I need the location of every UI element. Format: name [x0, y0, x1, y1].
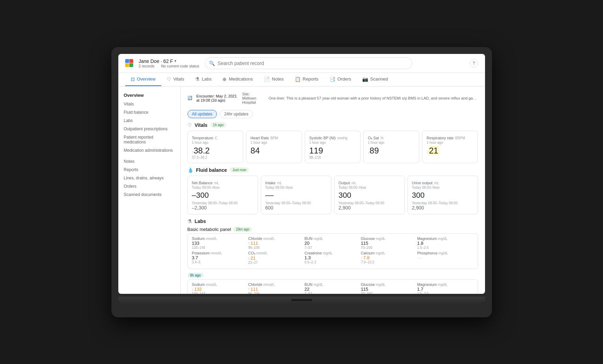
bmp-panel-title: Basic metabolic panel 29m ago — [188, 227, 478, 232]
tab-orders-label: Orders — [337, 76, 351, 82]
labs-section-icon: ⚗ — [188, 218, 192, 224]
vital-value-systolic-bp: 119 — [309, 146, 356, 156]
sidebar-item-outpatient-rx[interactable]: Outpatient prescriptions — [118, 125, 180, 133]
main-content: Overview Vitals Fluid balance Labs Outpa… — [118, 86, 485, 294]
tab-scanned-label: Scanned — [370, 76, 388, 82]
patient-info: Jane Doe · 62 F ▾ 2 records · No current… — [139, 58, 200, 68]
sidebar-item-patient-meds[interactable]: Patient reported medications — [118, 133, 180, 146]
fluid-value-urine: 300 — [412, 191, 474, 200]
lab-item-phosphorus-1: Phosphorus mg/dL — — [417, 251, 474, 264]
tab-vitals[interactable]: ♡ Vitals — [161, 73, 190, 86]
tab-labs[interactable]: ⚗ Labs — [190, 73, 217, 86]
vitals-grid: Temperature C 1 hour ago ↑38.2 37.5–38.2… — [188, 131, 478, 163]
sidebar: Overview Vitals Fluid balance Labs Outpa… — [118, 86, 181, 294]
fluid-label-net-balance: Net Balance mL — [192, 179, 254, 186]
vital-time-heart-rate: 1 hour ago — [250, 141, 298, 144]
lab-item-potassium-1: Potassium mmol/L 3.7 3.4–5 — [192, 251, 248, 264]
sidebar-divider — [118, 155, 180, 157]
encounter-bar: 🔄 Encounter: May 2, 2021 at 19:08 (2d ag… — [188, 91, 478, 106]
sidebar-item-labs[interactable]: Labs — [118, 116, 180, 125]
tab-labs-label: Labs — [202, 76, 211, 82]
vital-value-heart-rate: 84 — [250, 146, 298, 156]
medications-icon: ⊕ — [222, 76, 227, 82]
vitals-time-badge: 1h ago — [210, 122, 227, 128]
vital-range-systolic-bp: 98–119 — [309, 156, 356, 159]
logo-green — [129, 63, 133, 67]
encounter-date: May 2, 2021 at 19:08 (2d ago) — [197, 94, 237, 102]
fluid-period-output: Today 08:00–Now — [339, 186, 400, 189]
vital-card-temperature: Temperature C 1 hour ago ↑38.2 37.5–38.2 — [188, 131, 244, 163]
sidebar-item-reports[interactable]: Reports — [118, 166, 180, 174]
tab-scanned[interactable]: 📷 Scanned — [357, 73, 393, 86]
notes-icon: 📄 — [264, 76, 270, 82]
vital-card-o2-sat: O₂ Sat % 1 hour ago ↓89 — [363, 131, 419, 163]
google-logo — [125, 59, 133, 67]
fluid-label-output: Output mL — [339, 179, 400, 186]
bmp-title-text: Basic metabolic panel — [188, 227, 231, 232]
lab-item-sodium-1: Sodium mmol/L 133 133–145 — [192, 236, 248, 250]
updates-bar: All updates 24hr updates — [188, 110, 478, 118]
records-badge: 2 records — [139, 64, 155, 68]
fluid-card-net-balance: Net Balance mL Today 08:00–Now –300 Yest… — [188, 176, 258, 214]
tab-overview-label: Overview — [137, 76, 156, 82]
all-updates-button[interactable]: All updates — [188, 110, 217, 118]
lab-item-chloride-2: Chloride mmol/L ↑111 96–106 — [248, 282, 304, 294]
fluid-label-intake: Intake mL — [265, 179, 327, 186]
vital-card-heart-rate: Heart Rate BPM 1 hour ago 84 — [246, 131, 302, 163]
reports-icon: 📋 — [295, 76, 301, 82]
vital-time-respiratory-rate: 1 hour ago — [427, 141, 474, 144]
vitals-section-title: Vitals — [195, 122, 208, 128]
logo-blue — [125, 59, 129, 63]
sidebar-item-vitals[interactable]: Vitals — [118, 100, 180, 108]
lab-item-creatinine-1: Creatinine mg/dL 1.3 0.5–2.3 — [304, 251, 361, 264]
labs-section-title: Labs — [195, 218, 206, 224]
fluid-value-intake: –– — [265, 191, 327, 200]
fluid-yesterday-label-urine: Yesterday 08:00–Today 08:00 — [412, 201, 474, 205]
sidebar-item-scanned[interactable]: Scanned documents — [118, 190, 180, 199]
bmp-time-badge: 29m ago — [233, 227, 252, 232]
tab-medications[interactable]: ⊕ Medications — [217, 73, 258, 86]
fluid-yesterday-label-intake: Yesterday 08:00–Today 08:00 — [265, 201, 327, 205]
help-icon[interactable]: ? — [470, 59, 478, 67]
sidebar-item-orders[interactable]: Orders — [118, 182, 180, 190]
fluid-time-badge: Just now — [230, 167, 249, 172]
tab-reports-label: Reports — [303, 76, 319, 82]
tab-notes[interactable]: 📄 Notes — [258, 73, 289, 86]
search-bar: 🔍 — [205, 57, 412, 69]
24hr-updates-button[interactable]: 24hr updates — [220, 110, 253, 118]
sidebar-item-fluid-balance[interactable]: Fluid balance — [118, 108, 180, 116]
vital-value-temperature: ↑38.2 — [192, 146, 239, 156]
lab-item-glucose-1: Glucose mg/dL 115 70–200 — [361, 236, 417, 250]
laptop-base — [118, 297, 485, 304]
tab-overview[interactable]: ⊡ Overview — [125, 73, 161, 86]
lab-item-glucose-2: Glucose mg/dL 115 70–200 — [361, 282, 417, 294]
tab-medications-label: Medications — [229, 76, 253, 82]
sidebar-item-notes[interactable]: Notes — [118, 157, 180, 166]
vital-value-respiratory-rate: ↑21 — [427, 146, 474, 156]
vitals-icon: ♡ — [167, 76, 171, 82]
vital-label-systolic-bp: Systolic BP (NI) mmHg — [309, 134, 356, 141]
sidebar-item-med-admin[interactable]: Medication administrations — [118, 146, 180, 155]
labs-section-header: ⚗ Labs — [188, 218, 478, 224]
lab-item-magnesium-2: Magnesium mg/dL 1.7 1.5–2.5 — [417, 282, 474, 294]
vital-label-temperature: Temperature C — [192, 134, 239, 141]
code-status: No current code status — [161, 64, 199, 68]
temp-arrow-icon: ↑ — [192, 150, 194, 154]
lab-item-calcium-1: Calcium mg/dL ↓7.8 7.9–10.2 — [361, 251, 417, 264]
chevron-down-icon[interactable]: ▾ — [174, 59, 176, 63]
lab-item-co2-1: CO₂ mmol/L ↓21 23–27 — [248, 251, 304, 264]
search-input[interactable] — [205, 57, 412, 69]
fluid-period-intake: Today 08:00–Now — [265, 186, 327, 189]
bmp-8h-header: 8h ago — [188, 272, 478, 278]
lab-item-chloride-1: Chloride mmol/L ↑111 96–106 — [248, 236, 304, 250]
tab-reports[interactable]: 📋 Reports — [289, 73, 324, 86]
fluid-card-urine: Urine output mL Today 08:00–Now 300 Yest… — [408, 176, 478, 214]
sidebar-item-lines[interactable]: Lines, drains, airways — [118, 174, 180, 182]
laptop-notch — [291, 299, 312, 301]
fluid-period-net: Today 08:00–Now — [192, 186, 254, 189]
tab-orders[interactable]: 📑 Orders — [324, 73, 357, 86]
patient-name-text: Jane Doe · 62 F — [139, 58, 173, 64]
scanned-icon: 📷 — [362, 76, 368, 82]
encounter-oneliner: One-liner: This is a pleasant 57 year-ol… — [268, 96, 478, 100]
tab-notes-label: Notes — [272, 76, 284, 82]
